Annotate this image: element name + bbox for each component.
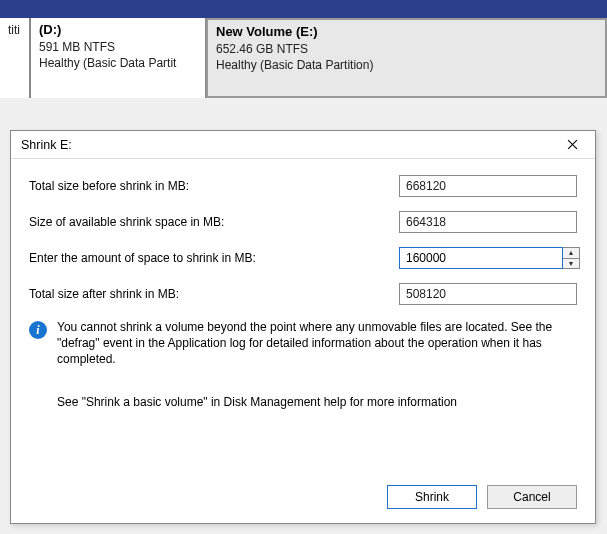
partition-d-size: 591 MB NTFS	[39, 39, 197, 55]
shrink-amount-input[interactable]	[399, 247, 563, 269]
partition-d-status: Healthy (Basic Data Partit	[39, 55, 197, 71]
partition-e-size: 652.46 GB NTFS	[216, 41, 597, 57]
partition-d[interactable]: (D:) 591 MB NTFS Healthy (Basic Data Par…	[30, 18, 206, 98]
shrink-button[interactable]: Shrink	[387, 485, 477, 509]
cancel-button[interactable]: Cancel	[487, 485, 577, 509]
close-icon	[567, 139, 578, 150]
partition-d-title: (D:)	[39, 22, 197, 37]
disk-header-stripe	[0, 0, 607, 18]
info-paragraph-2: See "Shrink a basic volume" in Disk Mana…	[57, 394, 577, 410]
label-total-after: Total size after shrink in MB:	[29, 287, 399, 301]
partition-e[interactable]: New Volume (E:) 652.46 GB NTFS Healthy (…	[206, 18, 607, 98]
partition-e-title: New Volume (E:)	[216, 24, 597, 39]
label-amount: Enter the amount of space to shrink in M…	[29, 251, 399, 265]
value-total-before: 668120	[399, 175, 577, 197]
shrink-dialog: Shrink E: Total size before shrink in MB…	[10, 130, 596, 524]
dialog-title-text: Shrink E:	[21, 138, 72, 152]
value-total-after: 508120	[399, 283, 577, 305]
spinner-up-button[interactable]: ▲	[563, 248, 579, 259]
spinner-down-button[interactable]: ▼	[563, 259, 579, 269]
info-paragraph-1: You cannot shrink a volume beyond the po…	[57, 319, 577, 368]
partition-fragment-label: titi	[8, 22, 21, 38]
info-text: You cannot shrink a volume beyond the po…	[57, 319, 577, 436]
close-button[interactable]	[557, 134, 587, 156]
partition-e-status: Healthy (Basic Data Partition)	[216, 57, 597, 73]
partition-fragment[interactable]: titi	[0, 18, 30, 98]
info-icon: i	[29, 321, 47, 339]
label-total-before: Total size before shrink in MB:	[29, 179, 399, 193]
dialog-titlebar: Shrink E:	[11, 131, 595, 159]
label-available: Size of available shrink space in MB:	[29, 215, 399, 229]
shrink-amount-spinner: ▲ ▼	[563, 247, 580, 269]
value-available: 664318	[399, 211, 577, 233]
disk-partition-bar: titi (D:) 591 MB NTFS Healthy (Basic Dat…	[0, 0, 607, 98]
